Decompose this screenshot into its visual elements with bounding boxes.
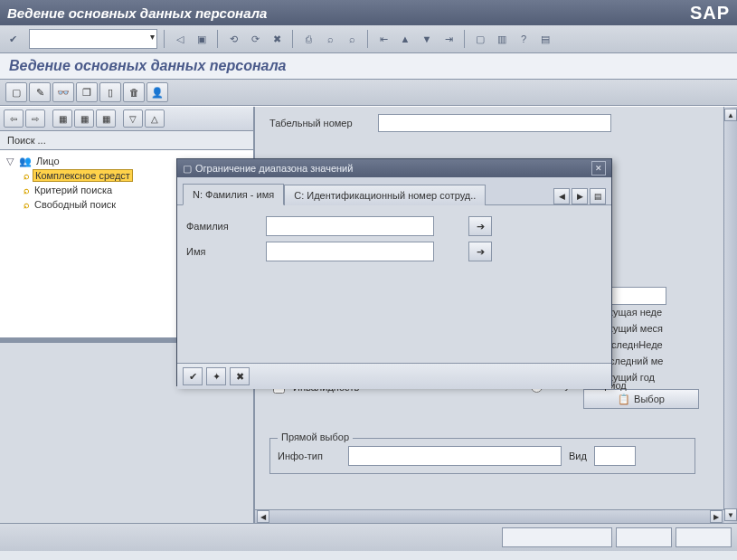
personnel-number-label: Табельный номер — [269, 118, 369, 128]
exit-icon[interactable]: ⟳ — [246, 30, 264, 48]
print-icon[interactable]: ⎙ — [299, 30, 317, 48]
new-session-icon[interactable]: ▢ — [471, 30, 489, 48]
dialog-titlebar[interactable]: ▢Ограничение диапазона значений ✕ — [177, 159, 611, 177]
collapse-icon[interactable]: △ — [145, 109, 165, 128]
edit-button[interactable]: ✎ — [29, 82, 51, 102]
status-cell-3 — [676, 527, 732, 547]
page-title-text: Ведение основных данных персонала — [9, 58, 287, 74]
value-restriction-dialog: ▢Ограничение диапазона значений ✕ N: Фам… — [176, 158, 612, 386]
infotype-input[interactable] — [348, 446, 562, 466]
dialog-body: Фамилия ➔ Имя ➔ — [177, 205, 611, 363]
back-icon[interactable]: ◁ — [171, 30, 189, 48]
last-page-icon[interactable]: ⇥ — [439, 30, 458, 48]
find-icon[interactable]: ⌕ — [321, 30, 339, 48]
find-next-icon[interactable]: ⌕ — [343, 30, 361, 48]
next-page-icon[interactable]: ▼ — [418, 30, 436, 48]
dialog-close-icon[interactable]: ✕ — [591, 161, 606, 176]
page-title: Ведение основных данных персонала — [0, 53, 737, 80]
overview-button[interactable]: 👤 — [146, 82, 168, 102]
create-button[interactable]: ▢ — [5, 82, 27, 102]
dialog-accept-button[interactable]: ✔ — [183, 367, 203, 385]
dialog-icon: ▢ — [183, 163, 192, 175]
back2-icon[interactable]: ⟲ — [224, 30, 242, 48]
firstname-label: Имя — [186, 246, 259, 257]
left-toolbar: ⇦ ⇨ ▦ ▦ ▦ ▽ △ — [0, 107, 253, 131]
delimit-button[interactable]: ▯ — [99, 82, 121, 102]
search-label: Поиск ... — [0, 131, 253, 150]
nav-fwd-icon[interactable]: ⇨ — [25, 109, 45, 128]
dialog-tabstrip: N: Фамилия - имя C: Идентификационный но… — [177, 177, 611, 205]
scroll-left-icon[interactable]: ◀ — [257, 510, 269, 523]
lastname-more-button[interactable]: ➔ — [468, 216, 492, 236]
horizontal-scrollbar[interactable]: ◀ ▶ — [255, 509, 724, 523]
tool2-icon[interactable]: ▦ — [74, 109, 94, 128]
sap-logo: SAP — [690, 3, 730, 24]
scroll-down-icon[interactable]: ▼ — [724, 508, 737, 521]
display-button[interactable]: 👓 — [52, 82, 74, 102]
firstname-more-button[interactable]: ➔ — [468, 242, 492, 261]
system-toolbar: ✔ ▾ ◁ ▣ ⟲ ⟳ ✖ ⎙ ⌕ ⌕ ⇤ ▲ ▼ ⇥ ▢ ▥ ? ▤ — [0, 25, 737, 53]
lastname-label: Фамилия — [186, 221, 259, 232]
scroll-up-icon[interactable]: ▲ — [724, 109, 737, 121]
firstname-input[interactable] — [266, 242, 434, 261]
help-icon[interactable]: ? — [515, 30, 533, 48]
tab-prev-icon[interactable]: ◀ — [553, 188, 570, 204]
vid-label: Вид — [569, 451, 587, 461]
tool3-icon[interactable]: ▦ — [96, 109, 116, 128]
delete-button[interactable]: 🗑 — [123, 82, 145, 102]
tool1-icon[interactable]: ▦ — [52, 109, 72, 128]
direct-select-legend: Прямой выбор — [278, 432, 353, 442]
status-bar — [0, 523, 737, 551]
expand-icon[interactable]: ▽ — [123, 109, 143, 128]
lastname-input[interactable] — [266, 216, 434, 236]
save-icon[interactable]: ▣ — [193, 30, 211, 48]
dialog-title: Ограничение диапазона значений — [195, 163, 353, 174]
first-page-icon[interactable]: ⇤ — [374, 30, 392, 48]
tab-next-icon[interactable]: ▶ — [572, 188, 588, 204]
ok-icon[interactable]: ✔ — [4, 30, 22, 48]
dialog-footer: ✔ ✦ ✖ — [177, 363, 611, 389]
tab-idnumber[interactable]: C: Идентификационный номер сотруд.. — [284, 185, 486, 205]
window-title: Ведение основных данных персонала — [7, 5, 267, 21]
vid-input[interactable] — [594, 446, 636, 466]
infotype-label: Инфо-тип — [278, 451, 341, 461]
window-titlebar: Ведение основных данных персонала SAP — [0, 0, 737, 25]
personnel-number-input[interactable] — [378, 114, 611, 132]
tab-name[interactable]: N: Фамилия - имя — [183, 184, 284, 205]
tab-list-icon[interactable]: ▤ — [590, 188, 606, 204]
layout-icon[interactable]: ▤ — [536, 30, 554, 48]
command-field[interactable]: ▾ — [29, 29, 157, 49]
prev-page-icon[interactable]: ▲ — [396, 30, 414, 48]
vertical-scrollbar[interactable]: ▲ ▼ — [723, 107, 737, 523]
cancel-icon[interactable]: ✖ — [268, 30, 286, 48]
shortcut-icon[interactable]: ▥ — [493, 30, 511, 48]
status-cell-1 — [502, 527, 612, 547]
status-cell-2 — [616, 527, 672, 547]
dialog-cancel-button[interactable]: ✖ — [230, 367, 250, 385]
copy-button[interactable]: ❐ — [76, 82, 98, 102]
tree-root-label: Лицо — [34, 156, 61, 166]
scroll-right-icon[interactable]: ▶ — [710, 510, 723, 523]
app-toolbar: ▢ ✎ 👓 ❐ ▯ 🗑 👤 — [0, 80, 737, 106]
dialog-check-button[interactable]: ✦ — [206, 367, 226, 385]
nav-back-icon[interactable]: ⇦ — [4, 109, 24, 128]
